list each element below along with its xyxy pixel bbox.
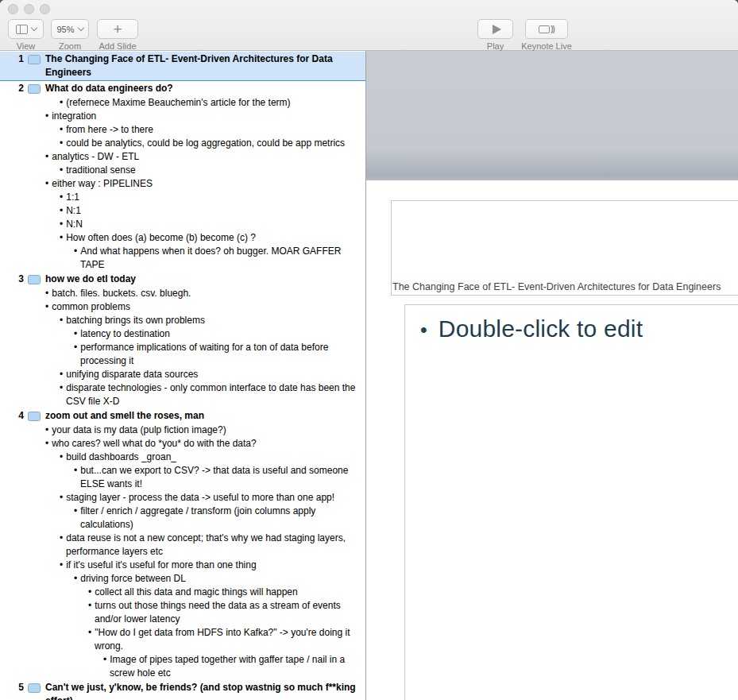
slide-title-text[interactable]: The Changing Face of ETL- Event-Driven A… xyxy=(392,281,721,292)
outline-bullet[interactable]: batch. files. buckets. csv. bluegh. xyxy=(0,287,365,300)
outline-bullet[interactable]: common problems xyxy=(0,300,365,314)
slide-thumbnail-icon[interactable] xyxy=(28,412,41,421)
outline-bullet[interactable]: traditional sense xyxy=(0,164,365,177)
slide-title[interactable]: The Changing Face of ETL- Event-Driven A… xyxy=(45,52,362,79)
outline-bullet[interactable]: analytics - DW - ETL xyxy=(0,150,365,164)
outline-bullet[interactable]: from here -> to there xyxy=(0,123,365,137)
body-placeholder-text[interactable]: Double-click to edit xyxy=(439,313,643,345)
outline-slide-row[interactable]: 5Can't we just, y'know, be friends? (and… xyxy=(0,680,365,700)
outline-bullet[interactable]: if it's useful it's useful for more than… xyxy=(0,559,365,572)
outline-bullet[interactable]: either way : PIPELINES xyxy=(0,177,365,191)
body-bullet: • xyxy=(420,314,427,346)
outline-bullet[interactable]: And what happens when it does? oh bugger… xyxy=(0,245,365,272)
minimize-button[interactable] xyxy=(24,4,34,14)
chevron-down-icon xyxy=(77,25,83,31)
slide-number: 5 xyxy=(0,681,24,700)
zoom-button-label: Zoom xyxy=(59,41,81,51)
outline-bullet[interactable]: N:1 xyxy=(0,204,365,218)
outline-bullet[interactable]: Image of pipes taped together with gaffe… xyxy=(0,653,365,680)
view-layout-icon xyxy=(16,25,28,34)
outline-bullet[interactable]: 1:1 xyxy=(0,191,365,204)
add-slide-button[interactable]: + xyxy=(97,19,138,39)
slide-thumbnail-icon[interactable] xyxy=(28,84,41,94)
plus-icon: + xyxy=(113,21,122,37)
outline-bullet[interactable]: who cares? well what do *you* do with th… xyxy=(0,437,365,451)
outline-bullet[interactable]: but...can we export to CSV? -> that data… xyxy=(0,464,365,491)
outline-bullet[interactable]: your data is my data (pulp fiction image… xyxy=(0,423,365,437)
outline-slide-row[interactable]: 4zoom out and smell the roses, man xyxy=(0,408,365,423)
add-slide-button-group: + Add Slide xyxy=(97,19,138,51)
slide-title-placeholder-box[interactable]: The Changing Face of ETL- Event-Driven A… xyxy=(391,200,738,296)
slide-canvas: The Changing Face of ETL- Event-Driven A… xyxy=(366,51,738,700)
play-button[interactable] xyxy=(477,19,513,39)
zoom-button-group: 95% Zoom xyxy=(51,19,89,51)
outline-bullet[interactable]: could be analytics, could be log aggrega… xyxy=(0,137,365,150)
slide-title[interactable]: What do data engineers do? xyxy=(45,82,362,95)
outline-bullet[interactable]: integration xyxy=(0,110,365,123)
keynote-window: View 95% Zoom + Add Slide Play )) xyxy=(0,0,738,700)
outline-bullet[interactable]: collect all this data and magic things w… xyxy=(0,586,365,599)
outline-list: 1The Changing Face of ETL- Event-Driven … xyxy=(0,52,365,700)
view-button-label: View xyxy=(17,41,36,51)
play-button-group: Play xyxy=(477,19,513,51)
outline-bullet[interactable]: disparate technologies - only common int… xyxy=(0,381,365,408)
outline-bullet[interactable]: "How do I get data from HDFS into Kafka?… xyxy=(0,626,365,653)
view-button-group: View xyxy=(8,19,44,51)
zoom-dropdown[interactable]: 95% xyxy=(51,19,89,39)
view-button[interactable] xyxy=(8,19,44,39)
fullscreen-button[interactable] xyxy=(40,4,50,14)
outline-bullet[interactable]: How often does (a) become (b) become (c)… xyxy=(0,231,365,245)
outline-bullet[interactable]: turns out those things need the data as … xyxy=(0,599,365,626)
slide-title[interactable]: Can't we just, y'know, be friends? (and … xyxy=(45,681,362,700)
outline-bullet[interactable]: latency to destination xyxy=(0,327,365,341)
slide-number: 4 xyxy=(0,409,24,423)
outline-bullet[interactable]: build dashboards _groan_ xyxy=(0,451,365,464)
outline-slide-row[interactable]: 2What do data engineers do? xyxy=(0,81,365,96)
body-placeholder-line: • Double-click to edit xyxy=(405,305,738,346)
keynote-live-button-label: Keynote Live xyxy=(521,41,572,51)
keynote-live-button[interactable]: )) xyxy=(525,19,568,39)
close-button[interactable] xyxy=(8,4,18,14)
slide-thumbnail-icon[interactable] xyxy=(28,55,41,64)
play-icon xyxy=(493,25,501,34)
slide-thumbnail-icon[interactable] xyxy=(28,683,41,693)
canvas-background xyxy=(366,51,738,180)
toolbar: View 95% Zoom + Add Slide Play )) xyxy=(0,0,738,51)
play-button-label: Play xyxy=(487,41,504,51)
keynote-live-button-group: )) Keynote Live xyxy=(525,19,568,51)
outline-bullet[interactable]: N:N xyxy=(0,218,365,231)
slide-thumbnail-icon[interactable] xyxy=(28,275,41,284)
outline-slide-row[interactable]: 1The Changing Face of ETL- Event-Driven … xyxy=(0,52,365,81)
slide-title[interactable]: how we do etl today xyxy=(45,273,362,286)
slide-number: 3 xyxy=(0,273,24,286)
slide-body-placeholder-box[interactable]: • Double-click to edit xyxy=(404,304,738,700)
zoom-value: 95% xyxy=(56,25,74,34)
outline-slide-row[interactable]: 3how we do etl today xyxy=(0,272,365,287)
keynote-live-icon: )) xyxy=(539,25,554,33)
outline-bullet[interactable]: batching brings its own problems xyxy=(0,314,365,327)
outline-bullet[interactable]: driving force between DL xyxy=(0,572,365,586)
outline-bullet[interactable]: filter / enrich / aggregate / transform … xyxy=(0,505,365,532)
outline-bullet[interactable]: performance implications of waiting for … xyxy=(0,341,365,368)
outline-bullet[interactable]: unifying disparate data sources xyxy=(0,368,365,381)
chevron-down-icon xyxy=(30,25,37,31)
outline-bullet[interactable]: data reuse is not a new concept; that's … xyxy=(0,532,365,559)
outline-bullet[interactable]: staging layer - process the data -> usef… xyxy=(0,491,365,505)
slide-number: 2 xyxy=(0,82,24,95)
slide-title[interactable]: zoom out and smell the roses, man xyxy=(45,409,362,423)
add-slide-button-label: Add Slide xyxy=(99,41,136,51)
outline-bullet[interactable]: (refernece Maxime Beauchemin's article f… xyxy=(0,96,365,110)
slide-number: 1 xyxy=(0,52,24,79)
